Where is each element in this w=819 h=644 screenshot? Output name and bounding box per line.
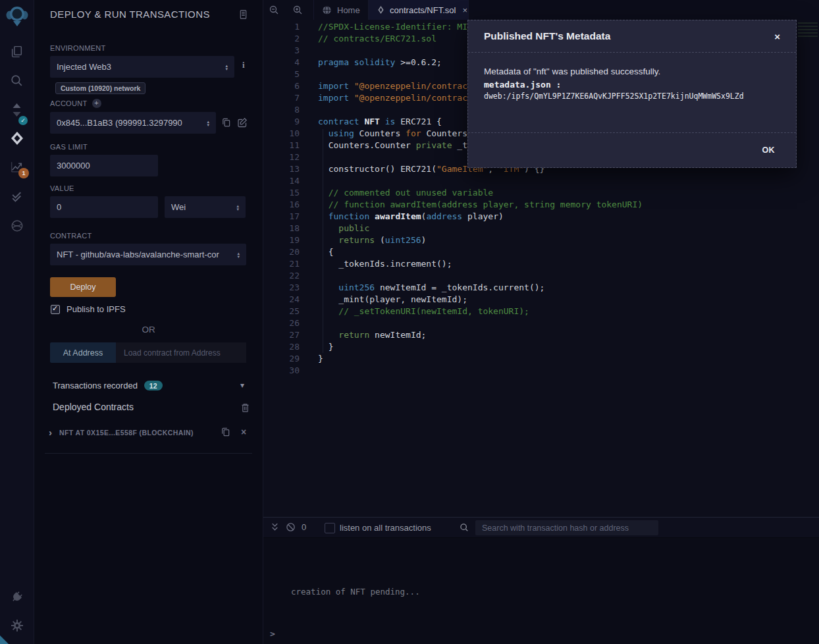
code-line[interactable]: 22 xyxy=(263,270,819,282)
code-line[interactable]: 30 xyxy=(263,365,819,377)
terminal-toolbar: 0 listen on all transactions xyxy=(263,518,819,538)
transactions-count-badge: 12 xyxy=(144,381,163,390)
zoom-in-icon[interactable] xyxy=(292,5,303,15)
modal-body: Metadata of "nft" was published successf… xyxy=(468,53,796,133)
plugin-manager-icon[interactable] xyxy=(0,580,33,613)
search-icon[interactable] xyxy=(0,74,34,88)
account-value: 0x845...B1aB3 (999991.3297990 xyxy=(57,118,182,128)
corner-accent xyxy=(0,635,9,644)
value-unit-select[interactable]: Wei ▴▾ xyxy=(165,196,246,218)
remix-logo-icon[interactable] xyxy=(0,5,34,28)
tab-home[interactable]: Home xyxy=(313,0,369,20)
code-line[interactable]: 19 returns (uint256) xyxy=(263,234,819,246)
tab-nft-sol[interactable]: contracts/NFT.sol × xyxy=(369,0,469,20)
code-line[interactable]: 29} xyxy=(263,353,819,365)
check-icon: ✓ xyxy=(52,304,58,313)
activity-bar: ✓ 1 xyxy=(0,0,34,644)
environment-value: Injected Web3 xyxy=(57,62,111,72)
clear-pending-ban-icon[interactable] xyxy=(286,522,296,532)
listen-transactions-checkbox[interactable] xyxy=(325,523,335,533)
code-line[interactable]: 20 { xyxy=(263,246,819,258)
transactions-chevron-down-icon[interactable]: ▾ xyxy=(240,381,244,390)
code-line[interactable]: 24 _mint(player, newItemId); xyxy=(263,294,819,306)
publish-to-ipfs-row[interactable]: ✓ Publish to IPFS xyxy=(51,304,126,314)
terminal-search-icon xyxy=(460,523,469,532)
listen-transactions-label: listen on all transactions xyxy=(340,523,431,533)
code-line[interactable]: 21 _tokenIds.increment(); xyxy=(263,258,819,270)
debugger-sphere-icon[interactable] xyxy=(0,219,34,233)
code-line[interactable]: 14 xyxy=(263,175,819,187)
terminal: 0 listen on all transactions creation of… xyxy=(263,517,819,644)
terminal-collapse-icon[interactable] xyxy=(270,522,280,532)
remove-contract-close-icon[interactable]: × xyxy=(241,427,246,437)
add-account-icon[interactable]: + xyxy=(92,99,101,108)
unit-testing-icon[interactable] xyxy=(0,189,34,203)
modal-close-icon[interactable]: × xyxy=(774,31,780,42)
tab-home-label: Home xyxy=(337,5,360,15)
select-stepper-icon: ▴▾ xyxy=(232,204,239,211)
deploy-run-icon[interactable] xyxy=(0,131,34,146)
copy-account-icon[interactable] xyxy=(221,117,231,128)
terminal-prompt[interactable]: > xyxy=(270,629,275,639)
at-address-row: At Address xyxy=(50,342,246,363)
contract-label: CONTRACT xyxy=(50,232,92,240)
contract-select[interactable]: NFT - github/ava-labs/avalanche-smart-co… xyxy=(50,244,246,265)
analytics-count-badge: 1 xyxy=(18,168,29,178)
modal-header: Published NFT's Metadata × xyxy=(468,20,796,53)
remix-ide-window: ✓ 1 xyxy=(0,0,819,644)
minimap[interactable] xyxy=(798,22,818,37)
code-line[interactable]: 16 // function awardItem(address player,… xyxy=(263,199,819,211)
indent-guide xyxy=(323,129,323,353)
environment-info-icon[interactable]: i xyxy=(242,60,245,70)
file-explorer-icon[interactable] xyxy=(0,45,34,59)
value-input[interactable] xyxy=(50,196,158,218)
deploy-run-panel: DEPLOY & RUN TRANSACTIONS ENVIRONMENT In… xyxy=(34,0,263,644)
gas-limit-input[interactable] xyxy=(50,155,158,176)
settings-gear-icon[interactable] xyxy=(0,619,34,632)
deploy-button[interactable]: Deploy xyxy=(50,277,116,297)
deployed-contract-item[interactable]: › NFT AT 0X15E...E558F (BLOCKCHAIN) × xyxy=(34,427,263,440)
solidity-compiler-icon[interactable] xyxy=(0,103,34,117)
contract-value: NFT - github/ava-labs/avalanche-smart-co… xyxy=(57,250,219,259)
code-line[interactable]: 15 // commented out unused variable xyxy=(263,187,819,199)
environment-select[interactable]: Injected Web3 ▴▾ xyxy=(50,56,234,78)
deployed-contract-label: NFT AT 0X15E...E558F (BLOCKCHAIN) xyxy=(59,429,194,437)
ok-button[interactable]: OK xyxy=(758,145,779,155)
at-address-button[interactable]: At Address xyxy=(50,342,116,363)
expand-chevron-right-icon[interactable]: › xyxy=(49,427,52,439)
documentation-icon[interactable] xyxy=(238,9,248,20)
publish-label: Publish to IPFS xyxy=(66,304,126,314)
clear-deployed-trash-icon[interactable] xyxy=(240,402,250,413)
terminal-log-line: creation of NFT pending... xyxy=(291,587,420,597)
code-line[interactable]: 23 uint256 newItemId = _tokenIds.current… xyxy=(263,282,819,294)
terminal-search-input[interactable] xyxy=(475,520,658,535)
code-line[interactable]: 18 public xyxy=(263,223,819,234)
published-metadata-modal: Published NFT's Metadata × Metadata of "… xyxy=(467,20,797,168)
copy-contract-icon[interactable] xyxy=(221,427,230,437)
zoom-out-icon[interactable] xyxy=(269,5,279,15)
edit-account-icon[interactable] xyxy=(237,117,248,128)
solidity-file-icon xyxy=(377,5,384,14)
environment-label: ENVIRONMENT xyxy=(50,44,106,52)
editor-tabbar: Home contracts/NFT.sol × xyxy=(263,0,819,20)
pending-count: 0 xyxy=(302,522,306,532)
value-label: VALUE xyxy=(50,184,74,192)
code-line[interactable]: 27 return newItemId; xyxy=(263,329,819,341)
panel-divider xyxy=(45,453,252,454)
code-line[interactable]: 28 } xyxy=(263,341,819,353)
compiler-success-badge: ✓ xyxy=(18,116,28,125)
ipfs-link[interactable]: dweb:/ipfs/QmYL9P1Z7KE6AQvKJPFF52SX1p2TE… xyxy=(484,92,780,101)
gas-limit-label: GAS LIMIT xyxy=(50,143,88,151)
publish-checkbox[interactable]: ✓ xyxy=(51,305,60,314)
tab-close-icon[interactable]: × xyxy=(462,5,467,15)
code-line[interactable]: 17 function awardItem(address player) xyxy=(263,211,819,223)
at-address-input[interactable] xyxy=(116,342,246,363)
code-line[interactable]: 25 // _setTokenURI(newItemId, tokenURI); xyxy=(263,306,819,317)
home-globe-icon xyxy=(322,5,332,15)
code-line[interactable]: 26 xyxy=(263,317,819,329)
account-select[interactable]: 0x845...B1aB3 (999991.3297990 ▴▾ xyxy=(50,112,216,134)
account-label: ACCOUNT xyxy=(50,99,88,107)
metadata-file-label: metadata.json : xyxy=(484,80,780,90)
select-stepper-icon: ▴▾ xyxy=(221,64,228,70)
network-badge: Custom (10920) network xyxy=(55,82,145,94)
